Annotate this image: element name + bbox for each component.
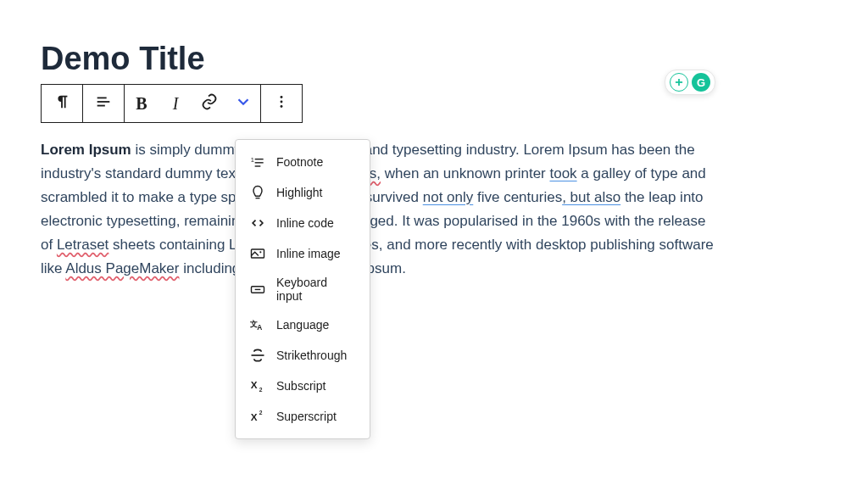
dropdown-item-label: Keyboard input [276, 276, 356, 303]
rich-text-dropdown: 1 Footnote Highlight Inline code Inline … [235, 139, 370, 439]
svg-text:X: X [251, 411, 258, 422]
body-letraset: Letraset [57, 237, 108, 253]
dropdown-item-keyboard-input[interactable]: Keyboard input [236, 269, 370, 310]
body-seg: five centuries [473, 189, 562, 205]
bold-icon: B [136, 94, 147, 114]
dropdown-item-label: Superscript [276, 410, 337, 423]
dropdown-item-label: Subscript [276, 379, 326, 393]
dropdown-item-label: Strikethrough [276, 349, 347, 362]
dropdown-item-superscript[interactable]: X2 Superscript [236, 401, 370, 432]
grammarly-plus-icon [670, 73, 688, 92]
dropdown-item-label: Footnote [276, 155, 323, 169]
pilcrow-icon [53, 92, 71, 114]
body-notonly: not only [423, 189, 474, 205]
body-aldus: Aldus PageMaker [65, 260, 179, 276]
paragraph-button[interactable] [42, 85, 82, 122]
language-icon: 文A [249, 316, 266, 333]
more-rich-text-button[interactable] [226, 85, 260, 122]
svg-text:2: 2 [259, 410, 263, 416]
superscript-icon: X2 [249, 408, 266, 425]
body-lead: Lorem Ipsum [41, 142, 131, 158]
svg-text:A: A [257, 323, 262, 332]
dropdown-item-label: Inline code [276, 216, 334, 230]
align-button[interactable] [83, 85, 124, 122]
subscript-icon: X2 [249, 377, 266, 394]
dropdown-item-highlight[interactable]: Highlight [236, 177, 370, 208]
link-icon [200, 92, 219, 114]
chevron-down-icon [234, 92, 253, 114]
italic-icon: I [173, 94, 179, 114]
svg-point-5 [281, 105, 283, 108]
svg-text:2: 2 [259, 387, 263, 393]
keyboard-icon [249, 281, 266, 298]
svg-text:1: 1 [251, 156, 254, 164]
dropdown-item-label: Inline image [276, 247, 341, 260]
dropdown-item-label: Highlight [276, 186, 322, 199]
dropdown-item-subscript[interactable]: X2 Subscript [236, 371, 370, 401]
options-button[interactable] [261, 85, 302, 122]
ellipsis-vertical-icon [272, 92, 291, 114]
strikethrough-icon [249, 347, 266, 364]
block-toolbar: B I [41, 84, 303, 123]
dropdown-item-inline-code[interactable]: Inline code [236, 208, 370, 238]
grammarly-logo-icon: G [692, 73, 710, 92]
dropdown-item-language[interactable]: 文A Language [236, 310, 370, 340]
bold-button[interactable]: B [125, 85, 159, 122]
footnote-icon: 1 [249, 153, 266, 170]
paragraph-block[interactable]: Lorem Ipsum is simply dummy text of the … [41, 138, 719, 281]
grammarly-widget[interactable]: G [665, 70, 715, 95]
svg-point-12 [259, 251, 261, 253]
code-icon [249, 215, 266, 232]
svg-point-3 [281, 96, 283, 98]
svg-point-4 [281, 101, 283, 103]
italic-button[interactable]: I [159, 85, 192, 122]
body-took: took [549, 165, 576, 181]
dropdown-item-label: Language [276, 318, 329, 332]
dropdown-item-strikethrough[interactable]: Strikethrough [236, 340, 370, 371]
svg-text:X: X [251, 379, 258, 390]
image-icon [249, 245, 266, 262]
body-seg: when an unknown printer [381, 165, 549, 181]
highlight-icon [249, 184, 266, 201]
dropdown-item-inline-image[interactable]: Inline image [236, 238, 370, 269]
link-button[interactable] [192, 85, 226, 122]
align-left-icon [94, 92, 113, 114]
dropdown-item-footnote[interactable]: 1 Footnote [236, 147, 370, 177]
body-butalso: , but also [562, 189, 620, 205]
